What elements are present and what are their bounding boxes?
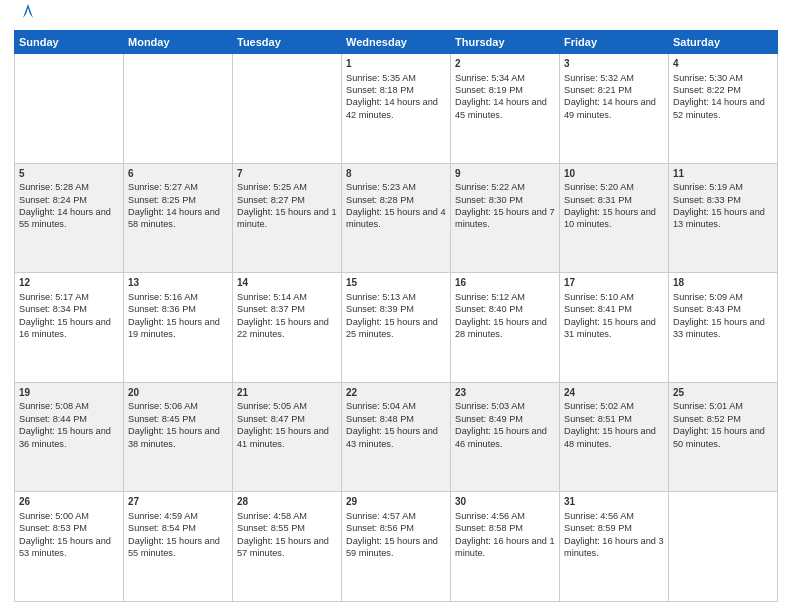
sunset-text: Sunset: 8:31 PM	[564, 195, 632, 205]
sunset-text: Sunset: 8:55 PM	[237, 523, 305, 533]
daylight-text: Daylight: 14 hours and 42 minutes.	[346, 97, 438, 119]
calendar-cell	[15, 54, 124, 164]
day-number: 13	[128, 276, 228, 290]
sunset-text: Sunset: 8:43 PM	[673, 304, 741, 314]
day-number: 27	[128, 495, 228, 509]
daylight-text: Daylight: 15 hours and 59 minutes.	[346, 536, 438, 558]
day-number: 28	[237, 495, 337, 509]
sunset-text: Sunset: 8:25 PM	[128, 195, 196, 205]
day-number: 20	[128, 386, 228, 400]
sunrise-text: Sunrise: 5:09 AM	[673, 292, 743, 302]
sunrise-text: Sunrise: 5:13 AM	[346, 292, 416, 302]
day-number: 12	[19, 276, 119, 290]
header	[14, 10, 778, 22]
calendar-cell: 10Sunrise: 5:20 AMSunset: 8:31 PMDayligh…	[560, 163, 669, 273]
calendar-cell: 5Sunrise: 5:28 AMSunset: 8:24 PMDaylight…	[15, 163, 124, 273]
daylight-text: Daylight: 14 hours and 49 minutes.	[564, 97, 656, 119]
sunrise-text: Sunrise: 5:14 AM	[237, 292, 307, 302]
sunset-text: Sunset: 8:44 PM	[19, 414, 87, 424]
calendar-dow-friday: Friday	[560, 31, 669, 54]
sunset-text: Sunset: 8:21 PM	[564, 85, 632, 95]
calendar-cell: 25Sunrise: 5:01 AMSunset: 8:52 PMDayligh…	[669, 382, 778, 492]
sunset-text: Sunset: 8:27 PM	[237, 195, 305, 205]
daylight-text: Daylight: 15 hours and 50 minutes.	[673, 426, 765, 448]
sunset-text: Sunset: 8:54 PM	[128, 523, 196, 533]
sunrise-text: Sunrise: 5:17 AM	[19, 292, 89, 302]
calendar-week-4: 26Sunrise: 5:00 AMSunset: 8:53 PMDayligh…	[15, 492, 778, 602]
sunrise-text: Sunrise: 5:10 AM	[564, 292, 634, 302]
daylight-text: Daylight: 15 hours and 13 minutes.	[673, 207, 765, 229]
day-number: 16	[455, 276, 555, 290]
sunrise-text: Sunrise: 5:08 AM	[19, 401, 89, 411]
daylight-text: Daylight: 15 hours and 19 minutes.	[128, 317, 220, 339]
sunset-text: Sunset: 8:30 PM	[455, 195, 523, 205]
sunset-text: Sunset: 8:28 PM	[346, 195, 414, 205]
day-number: 7	[237, 167, 337, 181]
day-number: 9	[455, 167, 555, 181]
day-number: 26	[19, 495, 119, 509]
daylight-text: Daylight: 15 hours and 48 minutes.	[564, 426, 656, 448]
day-number: 18	[673, 276, 773, 290]
daylight-text: Daylight: 14 hours and 55 minutes.	[19, 207, 111, 229]
calendar-header-row: SundayMondayTuesdayWednesdayThursdayFrid…	[15, 31, 778, 54]
sunset-text: Sunset: 8:49 PM	[455, 414, 523, 424]
calendar-cell: 11Sunrise: 5:19 AMSunset: 8:33 PMDayligh…	[669, 163, 778, 273]
day-number: 24	[564, 386, 664, 400]
calendar-week-2: 12Sunrise: 5:17 AMSunset: 8:34 PMDayligh…	[15, 273, 778, 383]
calendar-cell: 12Sunrise: 5:17 AMSunset: 8:34 PMDayligh…	[15, 273, 124, 383]
sunset-text: Sunset: 8:59 PM	[564, 523, 632, 533]
daylight-text: Daylight: 15 hours and 43 minutes.	[346, 426, 438, 448]
calendar-cell: 19Sunrise: 5:08 AMSunset: 8:44 PMDayligh…	[15, 382, 124, 492]
calendar-cell: 4Sunrise: 5:30 AMSunset: 8:22 PMDaylight…	[669, 54, 778, 164]
sunset-text: Sunset: 8:56 PM	[346, 523, 414, 533]
daylight-text: Daylight: 15 hours and 46 minutes.	[455, 426, 547, 448]
sunrise-text: Sunrise: 5:25 AM	[237, 182, 307, 192]
day-number: 8	[346, 167, 446, 181]
calendar-cell: 16Sunrise: 5:12 AMSunset: 8:40 PMDayligh…	[451, 273, 560, 383]
calendar-dow-wednesday: Wednesday	[342, 31, 451, 54]
daylight-text: Daylight: 15 hours and 1 minute.	[237, 207, 337, 229]
day-number: 19	[19, 386, 119, 400]
svg-marker-0	[23, 4, 33, 18]
sunrise-text: Sunrise: 5:23 AM	[346, 182, 416, 192]
sunrise-text: Sunrise: 5:27 AM	[128, 182, 198, 192]
day-number: 2	[455, 57, 555, 71]
sunset-text: Sunset: 8:45 PM	[128, 414, 196, 424]
day-number: 4	[673, 57, 773, 71]
calendar-cell: 23Sunrise: 5:03 AMSunset: 8:49 PMDayligh…	[451, 382, 560, 492]
sunrise-text: Sunrise: 5:34 AM	[455, 73, 525, 83]
calendar-cell: 24Sunrise: 5:02 AMSunset: 8:51 PMDayligh…	[560, 382, 669, 492]
sunrise-text: Sunrise: 5:16 AM	[128, 292, 198, 302]
daylight-text: Daylight: 15 hours and 36 minutes.	[19, 426, 111, 448]
sunrise-text: Sunrise: 5:01 AM	[673, 401, 743, 411]
sunset-text: Sunset: 8:39 PM	[346, 304, 414, 314]
calendar-cell: 2Sunrise: 5:34 AMSunset: 8:19 PMDaylight…	[451, 54, 560, 164]
calendar-dow-saturday: Saturday	[669, 31, 778, 54]
calendar-cell: 22Sunrise: 5:04 AMSunset: 8:48 PMDayligh…	[342, 382, 451, 492]
daylight-text: Daylight: 15 hours and 22 minutes.	[237, 317, 329, 339]
daylight-text: Daylight: 15 hours and 31 minutes.	[564, 317, 656, 339]
daylight-text: Daylight: 15 hours and 25 minutes.	[346, 317, 438, 339]
calendar-cell: 26Sunrise: 5:00 AMSunset: 8:53 PMDayligh…	[15, 492, 124, 602]
daylight-text: Daylight: 15 hours and 10 minutes.	[564, 207, 656, 229]
sunrise-text: Sunrise: 5:04 AM	[346, 401, 416, 411]
logo	[14, 10, 39, 22]
logo-icon	[17, 0, 39, 22]
daylight-text: Daylight: 15 hours and 53 minutes.	[19, 536, 111, 558]
sunrise-text: Sunrise: 5:03 AM	[455, 401, 525, 411]
calendar-dow-monday: Monday	[124, 31, 233, 54]
sunrise-text: Sunrise: 5:05 AM	[237, 401, 307, 411]
day-number: 17	[564, 276, 664, 290]
daylight-text: Daylight: 15 hours and 55 minutes.	[128, 536, 220, 558]
daylight-text: Daylight: 15 hours and 57 minutes.	[237, 536, 329, 558]
day-number: 14	[237, 276, 337, 290]
sunset-text: Sunset: 8:37 PM	[237, 304, 305, 314]
calendar-cell: 31Sunrise: 4:56 AMSunset: 8:59 PMDayligh…	[560, 492, 669, 602]
daylight-text: Daylight: 15 hours and 4 minutes.	[346, 207, 446, 229]
sunrise-text: Sunrise: 5:12 AM	[455, 292, 525, 302]
sunrise-text: Sunrise: 5:32 AM	[564, 73, 634, 83]
calendar-cell: 3Sunrise: 5:32 AMSunset: 8:21 PMDaylight…	[560, 54, 669, 164]
day-number: 21	[237, 386, 337, 400]
calendar-dow-tuesday: Tuesday	[233, 31, 342, 54]
calendar-cell: 13Sunrise: 5:16 AMSunset: 8:36 PMDayligh…	[124, 273, 233, 383]
